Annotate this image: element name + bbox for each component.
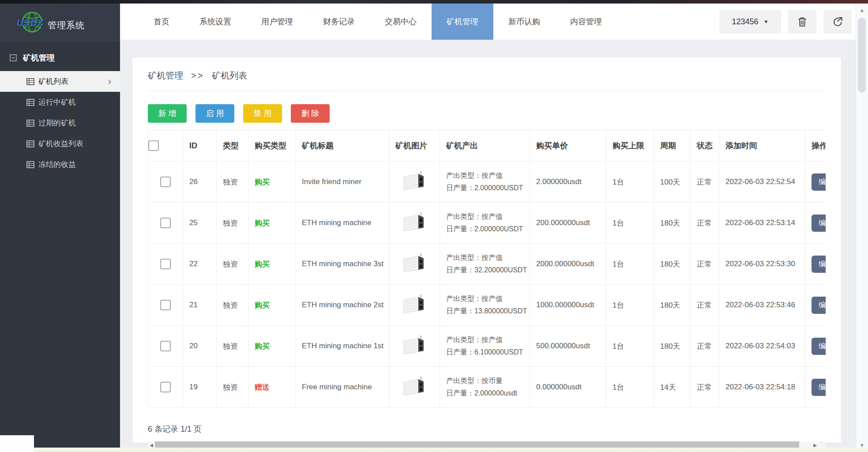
row-checkbox[interactable] [160,177,171,187]
row-select-cell [148,162,183,203]
vertical-scrollbar[interactable]: ▲ ▼ [856,4,868,452]
cell-image [389,285,440,326]
sidebar-item-1[interactable]: 矿机列表› [0,71,120,92]
trash-button[interactable] [788,10,816,34]
brand-title: 管理系统 [48,19,85,31]
cell-id: 25 [183,203,217,244]
user-dropdown-label: 123456 [732,17,759,26]
cell-output: 产出类型：按产值日产量：2.000000USDT [440,162,530,203]
cell-type: 独资 [217,367,248,408]
sidebar-section-miner-management[interactable]: 矿机管理 [0,41,120,71]
miner-photo [402,226,427,235]
table-row: 20独资购买ETH mining machine 1st产出类型：按产值日产量：… [148,326,826,367]
row-checkbox[interactable] [160,300,171,310]
cell-buy-type: 购买 [248,285,296,326]
row-checkbox[interactable] [160,382,171,392]
cell-price: 2000.000000usdt [530,244,606,285]
list-icon [26,161,34,168]
edit-button[interactable]: 编辑 [812,215,826,232]
cell-buy-type: 购买 [248,244,296,285]
cell-buy-type: 购买 [248,326,296,367]
cell-id: 19 [183,367,217,408]
miner-photo [402,309,427,317]
breadcrumb-separator: >> [191,71,204,81]
cell-type: 独资 [217,244,248,285]
select-all-header-cell [148,130,183,162]
cell-id: 26 [183,162,217,203]
daily-output-line: 日产量：32.200000USDT [446,264,526,276]
sidebar-item-5[interactable]: 冻结的收益 [0,154,120,175]
row-checkbox[interactable] [160,259,171,269]
scroll-right-icon[interactable]: ▶ [812,443,819,448]
records-summary: 6 条记录 1/1 页 [148,424,826,434]
breadcrumb-parent[interactable]: 矿机管理 [148,70,183,82]
row-checkbox[interactable] [160,341,171,351]
nav-tab-8[interactable]: 内容管理 [555,4,617,40]
cell-output: 产出类型：按产值日产量：2.000000USDT [440,203,530,244]
share-icon [832,16,843,27]
collapse-minus-icon[interactable] [10,54,17,61]
table-row: 22独资购买ETH mining machine 3st产出类型：按产值日产量：… [148,244,826,285]
sidebar-menu: 矿机列表›运行中矿机过期的矿机矿机收益列表冻结的收益 [0,71,120,175]
column-header-5: 矿机图片 [389,130,440,162]
sidebar-section-label: 矿机管理 [23,53,55,63]
chevron-down-icon: ▼ [764,19,769,24]
cell-status: 正常 [691,244,719,285]
edit-button[interactable]: 编辑 [812,173,826,191]
window-top-edge [0,0,868,4]
nav-tab-3[interactable]: 用户管理 [246,4,308,40]
buy-type-badge: 购买 [255,301,270,309]
cell-actions: 编辑 [805,162,826,203]
cell-title: ETH mining machine [296,203,389,244]
sidebar-item-label: 矿机收益列表 [38,139,83,149]
nav-tab-5[interactable]: 交易中心 [370,4,432,40]
delete-button[interactable]: 删 除 [291,104,330,123]
select-all-checkbox[interactable] [148,140,159,151]
sidebar-item-3[interactable]: 过期的矿机 [0,113,120,133]
nav-tab-6[interactable]: 矿机管理 [432,4,493,40]
disable-button[interactable]: 禁 用 [243,104,282,123]
enable-button[interactable]: 启 用 [195,104,234,123]
chevron-right-icon: › [108,77,111,87]
sidebar-item-label: 运行中矿机 [38,97,76,107]
add-button[interactable]: 新 增 [148,104,187,123]
vertical-scrollbar-thumb[interactable] [858,18,866,93]
cell-price: 1000.000000usdt [530,285,606,326]
output-type-line: 产出类型：按产值 [446,252,526,264]
window-bottom-edge [34,448,868,452]
edit-button[interactable]: 编辑 [812,379,826,396]
nav-tab-1[interactable]: 首页 [139,4,184,40]
cell-output: 产出类型：按产值日产量：13.800000USDT [440,285,530,326]
miner-photo [402,391,427,399]
scroll-up-icon[interactable]: ▲ [856,7,868,13]
cell-type: 独资 [217,326,248,367]
cell-status: 正常 [691,162,719,203]
cell-title: Invite friend miner [296,162,389,203]
table-zone: ID类型购买类型矿机标题矿机图片矿机产出购买单价购买上限周期状态添加时间操作 2… [148,130,826,408]
scroll-left-icon[interactable]: ◀ [148,443,155,448]
cell-limit: 1台 [606,244,654,285]
nav-tab-7[interactable]: 新币认购 [493,4,555,40]
buy-type-badge: 购买 [255,178,270,186]
cell-actions: 编辑 [805,367,826,408]
cell-added-time: 2022-06-03 22:53:14 [719,203,805,244]
buy-type-badge: 购买 [255,260,270,268]
buy-type-badge: 赠送 [255,383,270,392]
list-icon [26,78,34,85]
cell-added-time: 2022-06-03 22:53:30 [719,244,805,285]
main-nav: 首页系统设置用户管理财务记录交易中心矿机管理新币认购内容管理 [139,4,617,40]
nav-tab-2[interactable]: 系统设置 [184,4,246,40]
row-checkbox[interactable] [160,218,171,228]
edit-button[interactable]: 编辑 [812,297,826,314]
column-header-2: 类型 [217,130,248,162]
edit-button[interactable]: 编辑 [812,338,826,355]
logout-button[interactable] [823,10,852,34]
sidebar-item-2[interactable]: 运行中矿机 [0,92,120,113]
edit-button[interactable]: 编辑 [812,256,826,273]
nav-tab-4[interactable]: 财务记录 [308,4,370,40]
cell-id: 22 [183,244,217,285]
cell-status: 正常 [691,285,719,326]
sidebar-item-4[interactable]: 矿机收益列表 [0,133,120,154]
user-dropdown[interactable]: 123456 ▼ [719,10,781,34]
brand-logo: USDZ 管理系统 [0,4,120,41]
